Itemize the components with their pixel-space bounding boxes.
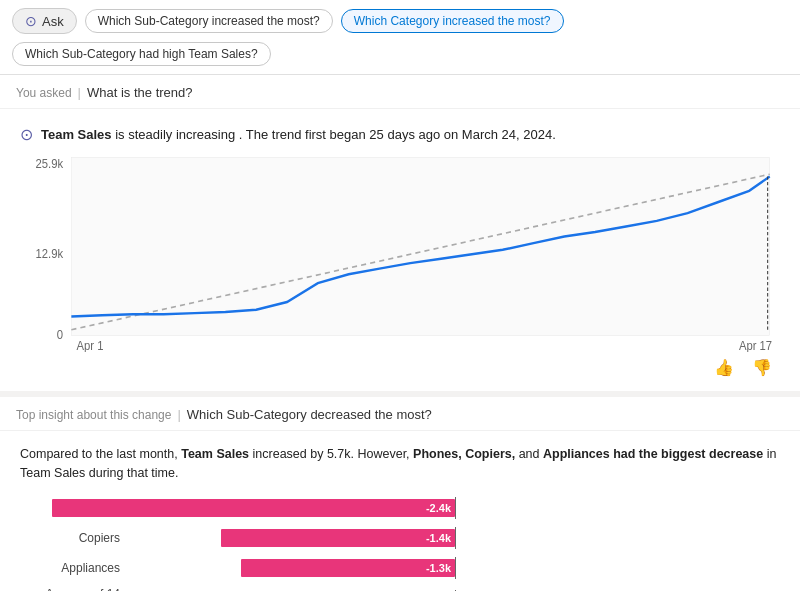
ask-button[interactable]: ⊙ Ask bbox=[12, 8, 77, 34]
top-bar: ⊙ Ask Which Sub-Category increased the m… bbox=[0, 0, 800, 75]
insight2-and: and bbox=[515, 447, 543, 461]
insight-text: Team Sales is steadily increasing . The … bbox=[41, 127, 556, 142]
insight2-items: Phones, Copiers, bbox=[413, 447, 515, 461]
target-icon: ⊙ bbox=[20, 125, 33, 144]
insight2-by: by 5.7k. However, bbox=[307, 447, 413, 461]
suggestion-sub-cat-increased[interactable]: Which Sub-Category increased the most? bbox=[85, 9, 333, 33]
insight2-increased: increased bbox=[249, 447, 307, 461]
top-insight-divider: | bbox=[177, 407, 180, 422]
trend-chart-svg: 25.9k 12.9k 0 Apr 1 Apr 17 bbox=[20, 152, 780, 352]
ask-icon: ⊙ bbox=[25, 13, 37, 29]
thumbs-up-icon-1: 👍 bbox=[714, 359, 734, 376]
insight2-team-sales: Team Sales bbox=[181, 447, 249, 461]
center-line-copiers bbox=[455, 527, 456, 549]
svg-text:Apr 17: Apr 17 bbox=[739, 338, 772, 352]
insight-middle: is steadily increasing bbox=[115, 127, 235, 142]
trend-section: ⊙ Team Sales is steadily increasing . Th… bbox=[0, 109, 800, 397]
top-insight-label: Top insight about this change bbox=[16, 408, 171, 422]
chart-actions-1: 👍 👎 bbox=[20, 356, 780, 379]
you-asked-label: You asked bbox=[16, 86, 72, 100]
suggestion-cat-increased[interactable]: Which Category increased the most? bbox=[341, 9, 564, 33]
center-line-phones bbox=[455, 497, 456, 519]
svg-text:Apr 1: Apr 1 bbox=[76, 338, 103, 352]
thumbs-down-button-1[interactable]: 👎 bbox=[748, 356, 776, 379]
suggestion-label-0: Which Sub-Category increased the most? bbox=[98, 14, 320, 28]
insight2-appliances: Appliances bbox=[543, 447, 610, 461]
second-insight-text: Compared to the last month, Team Sales i… bbox=[20, 445, 780, 483]
thumbs-up-button-1[interactable]: 👍 bbox=[710, 356, 738, 379]
bar-row-copiers: Copiers -1.4k bbox=[20, 527, 780, 549]
thumbs-down-icon-1: 👎 bbox=[752, 359, 772, 376]
top-insight-bar: Top insight about this change | Which Su… bbox=[0, 397, 800, 431]
bar-phones: -2.4k bbox=[52, 499, 455, 517]
insight-header: ⊙ Team Sales is steadily increasing . Th… bbox=[20, 125, 780, 144]
bar-label-copiers: Copiers bbox=[20, 531, 130, 545]
ask-label: Ask bbox=[42, 14, 64, 29]
main-content: You asked | What is the trend? ⊙ Team Sa… bbox=[0, 75, 800, 591]
you-asked-question: What is the trend? bbox=[87, 85, 193, 100]
bar-chart: Phones -2.4k Copiers -1.4k Appliances bbox=[20, 497, 780, 592]
svg-text:25.9k: 25.9k bbox=[36, 156, 64, 170]
bar-label-average: Average of 14 others bbox=[20, 587, 130, 592]
center-line-appliances bbox=[455, 557, 456, 579]
bar-row-phones: Phones -2.4k bbox=[20, 497, 780, 519]
bar-appliances: -1.3k bbox=[241, 559, 456, 577]
you-asked-bar: You asked | What is the trend? bbox=[0, 75, 800, 109]
bar-container-appliances: -1.3k bbox=[130, 557, 780, 579]
suggestion-sub-cat-high[interactable]: Which Sub-Category had high Team Sales? bbox=[12, 42, 271, 66]
bar-row-average: Average of 14 others +772.5 bbox=[20, 587, 780, 592]
trend-chart: 25.9k 12.9k 0 Apr 1 Apr 17 bbox=[20, 152, 780, 352]
bar-row-appliances: Appliances -1.3k bbox=[20, 557, 780, 579]
top-insight-question: Which Sub-Category decreased the most? bbox=[187, 407, 432, 422]
team-sales-label: Team Sales bbox=[41, 127, 112, 142]
second-section: Compared to the last month, Team Sales i… bbox=[0, 431, 800, 591]
suggestion-label-1: Which Category increased the most? bbox=[354, 14, 551, 28]
svg-text:12.9k: 12.9k bbox=[36, 246, 64, 260]
bar-container-copiers: -1.4k bbox=[130, 527, 780, 549]
insight-after: . The trend first began 25 days ago on M… bbox=[239, 127, 556, 142]
insight2-prefix: Compared to the last month, bbox=[20, 447, 181, 461]
insight2-suffix: had the biggest decrease bbox=[610, 447, 764, 461]
bar-label-appliances: Appliances bbox=[20, 561, 130, 575]
svg-text:0: 0 bbox=[57, 327, 64, 341]
bar-container-phones: -2.4k bbox=[130, 497, 780, 519]
svg-rect-3 bbox=[71, 158, 769, 336]
bar-copiers: -1.4k bbox=[221, 529, 455, 547]
suggestion-label-2: Which Sub-Category had high Team Sales? bbox=[25, 47, 258, 61]
you-asked-divider: | bbox=[78, 85, 81, 100]
